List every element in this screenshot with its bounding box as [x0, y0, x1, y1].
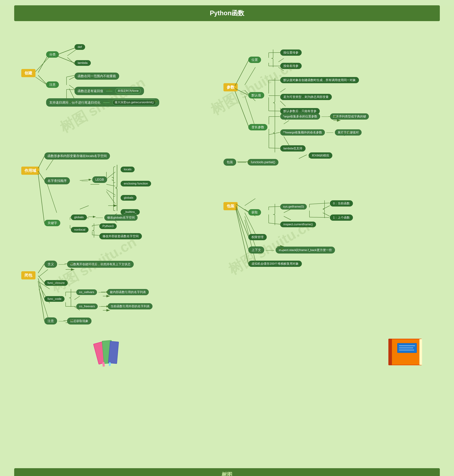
func-closure: func_closure: [44, 280, 68, 286]
svg-line-41: [284, 121, 289, 124]
footer-bar: 树图: [14, 468, 440, 476]
svg-line-103: [38, 278, 44, 299]
svg-line-138: [236, 209, 248, 264]
svg-line-51: [323, 206, 330, 209]
globals-scope-label: globals: [121, 195, 136, 201]
svg-line-79: [58, 56, 75, 63]
books-right-decoration: [387, 335, 426, 371]
locals-label: locals: [121, 167, 135, 172]
svg-line-137: [236, 207, 248, 249]
keyword-label: 关键字: [44, 220, 60, 226]
svg-line-132: [269, 148, 280, 148]
currentframe-label: inspect.currentframe(): [280, 222, 316, 227]
svg-line-83: [67, 75, 75, 77]
svg-line-9: [46, 160, 53, 170]
svg-line-14: [106, 184, 115, 186]
func-code: func_code: [44, 296, 65, 302]
closure-note: 注意 —— 延迟获取现象: [44, 317, 91, 324]
svg-rect-66: [109, 362, 111, 366]
scope-label: 作用域: [21, 167, 39, 175]
note-label: 注意: [46, 81, 59, 88]
svg-line-88: [38, 156, 44, 168]
svg-line-99: [92, 225, 100, 225]
svg-line-100: [92, 235, 100, 235]
svg-line-147: [310, 217, 329, 217]
svg-line-40: [245, 96, 255, 128]
svg-line-146: [310, 203, 329, 204]
svg-line-142: [269, 207, 280, 207]
getframe-1: 1：上个函数: [330, 215, 353, 221]
meaning-label: 含义 —— 函数离开创建环境后，依然持有其上下文状态: [44, 261, 134, 268]
svg-line-102: [38, 276, 44, 283]
svg-line-84: [67, 89, 75, 90]
svg-line-13: [106, 172, 115, 179]
svg-line-123: [269, 111, 280, 111]
position-label: 位置: [248, 57, 261, 63]
note2-text: 函数总是有返回值 —— 未指定时为None: [75, 87, 144, 95]
note3-text: 支持递归调用，但不进行尾递归优化 —— 最大深度sys.getrecursion…: [46, 98, 159, 107]
legb-connector: ——: [82, 179, 88, 183]
svg-line-1: [67, 49, 76, 56]
classification-label: 分类: [46, 51, 59, 58]
svg-line-57: [245, 220, 255, 261]
footer-text: 树图: [222, 472, 232, 476]
svg-line-78: [58, 48, 75, 54]
name-search-label: 名字查找顺序: [44, 177, 70, 184]
python3-label: Python3: [99, 223, 117, 229]
svg-line-101: [38, 264, 44, 273]
default-label: 默认值: [248, 92, 264, 99]
note1-text: 函数在同一范围内不能重载: [75, 73, 119, 80]
svg-line-37: [280, 89, 286, 92]
lambda-label: lambda: [75, 60, 91, 66]
svg-line-16: [106, 192, 115, 204]
co-freevars: co_freevars —— 当前函数引用外部的名字列表: [76, 303, 152, 309]
svg-line-52: [323, 213, 330, 216]
builtins-label: _builtins_: [121, 209, 140, 215]
svg-line-45: [284, 136, 289, 145]
get-label: 获取: [248, 209, 261, 215]
params-label: 参数: [223, 83, 238, 91]
svg-line-27: [75, 296, 80, 300]
header-bar: Python函数: [14, 5, 440, 21]
svg-line-91: [38, 174, 44, 223]
virtual-label: 虚拟机会缓存200个堆栈帧复用对象: [248, 261, 302, 267]
svg-line-135: [236, 204, 248, 212]
default-desc2: 若为可变类型，则为静态局部变量: [280, 94, 332, 100]
enclosing-label: enclosing function: [121, 181, 151, 186]
svg-line-0: [36, 57, 50, 72]
svg-line-128: [269, 132, 280, 135]
globals-kw-desc: —— 修改globals名字空间: [96, 215, 138, 221]
co-cellvars: co_cellvars —— 被内部函数引用的名字列表: [76, 289, 149, 295]
pos-arg1: 按位置传参: [280, 49, 302, 56]
closure-label: 闭包: [21, 271, 36, 279]
svg-rect-69: [388, 339, 392, 365]
svg-line-23: [39, 269, 48, 276]
svg-line-134: [299, 155, 307, 159]
svg-line-143: [269, 223, 280, 224]
svg-line-80: [38, 75, 47, 85]
globals-kw: globals: [71, 215, 87, 220]
x86-label: 对X86的模拟: [309, 152, 332, 159]
vararg-label: 变长参数: [248, 124, 267, 131]
nonlocal-desc: 修改外部嵌套函数名字空间: [99, 233, 142, 239]
svg-line-55: [245, 216, 255, 246]
svg-line-33: [245, 67, 255, 85]
legb-label: LEGB: [92, 176, 107, 183]
args-label: *args收集多余的位置参数 —— 展开序列类型或字典的键: [280, 113, 369, 120]
wrap-main-label: 包装: [223, 202, 238, 210]
lambda-support: lambda也支持: [280, 145, 306, 152]
svg-line-124: [235, 91, 249, 127]
getframe-label: sys.getframe(0): [280, 204, 307, 209]
svg-line-50: [284, 209, 291, 213]
create-label: 创建: [21, 69, 36, 77]
permission-label: 权限管理: [248, 234, 267, 240]
def-label: def: [75, 44, 85, 50]
svg-line-18: [80, 206, 89, 209]
svg-line-38: [280, 101, 286, 106]
books-left-decoration: [92, 337, 128, 373]
pack-small-label: 包装 —— functools.partial(): [223, 159, 279, 166]
svg-line-53: [284, 216, 291, 220]
svg-line-113: [235, 60, 249, 86]
svg-line-15: [106, 190, 115, 195]
svg-line-116: [269, 53, 280, 53]
